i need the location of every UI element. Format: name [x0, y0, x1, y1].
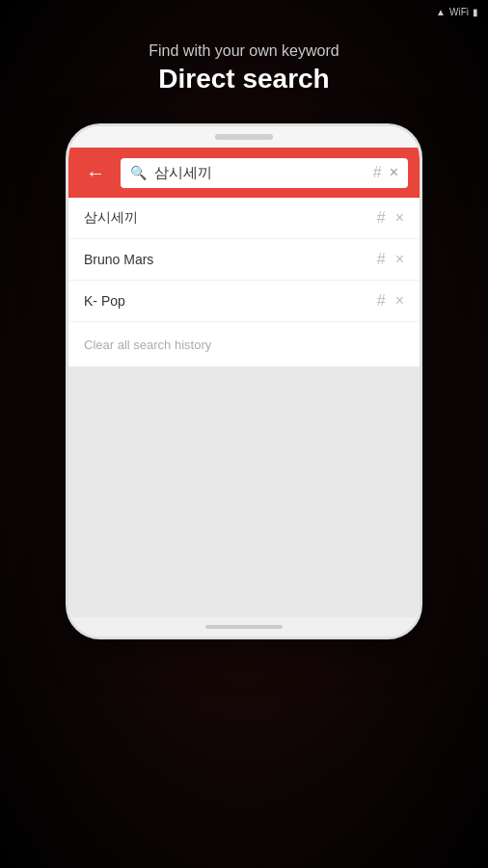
home-indicator	[205, 625, 283, 629]
result-hash-icon: #	[377, 209, 386, 227]
status-bar: ▲ WiFi ▮	[0, 0, 488, 23]
status-icons: ▲ WiFi ▮	[436, 7, 478, 17]
result-text: 삼시세끼	[84, 209, 377, 227]
hash-icon: #	[373, 164, 382, 181]
phone-notch	[68, 126, 420, 148]
list-item[interactable]: K- Pop # ×	[68, 281, 420, 322]
result-remove-button[interactable]: ×	[395, 292, 404, 310]
result-text: Bruno Mars	[84, 252, 377, 267]
result-hash-icon: #	[377, 292, 386, 310]
wifi-icon: WiFi	[449, 7, 469, 17]
phone-mockup: ← 🔍 삼시세끼 # × 삼시세끼 # × Bruno Mars # × K- …	[66, 123, 422, 639]
result-text: K- Pop	[84, 293, 377, 309]
phone-speaker	[215, 134, 273, 140]
search-input-container[interactable]: 🔍 삼시세끼 # ×	[121, 158, 408, 188]
result-hash-icon: #	[377, 251, 386, 268]
back-button[interactable]: ←	[80, 157, 111, 188]
result-remove-button[interactable]: ×	[395, 209, 404, 227]
phone-body-gray	[68, 366, 420, 617]
result-remove-button[interactable]: ×	[395, 251, 404, 268]
signal-icon: ▲	[436, 7, 446, 17]
search-bar: ← 🔍 삼시세끼 # ×	[68, 148, 420, 198]
header-title: Direct search	[149, 64, 339, 95]
search-icon: 🔍	[130, 165, 147, 180]
search-input[interactable]: 삼시세끼	[154, 164, 366, 182]
clear-history-section[interactable]: Clear all search history	[68, 322, 420, 366]
back-arrow-icon: ←	[86, 163, 105, 182]
header-subtitle: Find with your own keyword	[149, 42, 339, 60]
clear-history-button[interactable]: Clear all search history	[84, 338, 211, 352]
header-section: Find with your own keyword Direct search	[110, 23, 377, 123]
phone-home-bar	[68, 617, 420, 637]
list-item[interactable]: 삼시세끼 # ×	[68, 198, 420, 239]
battery-icon: ▮	[473, 7, 478, 17]
list-item[interactable]: Bruno Mars # ×	[68, 239, 420, 281]
search-results-list: 삼시세끼 # × Bruno Mars # × K- Pop # × Clear…	[68, 198, 420, 366]
clear-input-button[interactable]: ×	[390, 164, 398, 181]
